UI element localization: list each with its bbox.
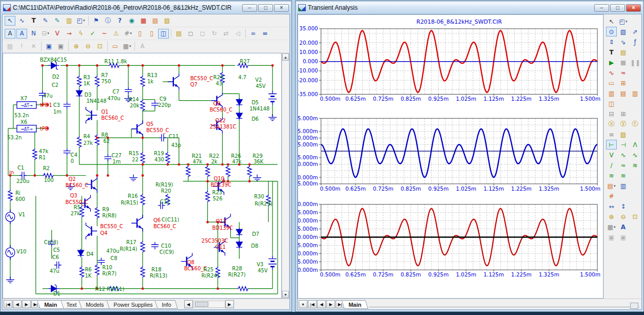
go-left-button[interactable]: ⊢: [606, 140, 617, 150]
node-numbers-toggle[interactable]: N: [28, 29, 39, 39]
run-button[interactable]: ▶: [606, 58, 617, 67]
wire-tool[interactable]: ∿: [16, 16, 27, 26]
tile-button[interactable]: ▣: [618, 232, 629, 242]
grid-text-toggle[interactable]: A: [16, 29, 27, 39]
valley-button[interactable]: V: [606, 150, 617, 160]
zoom-100-button[interactable]: ⊡: [94, 42, 105, 51]
performance-tag-mode[interactable]: ƒ: [630, 37, 640, 47]
tab-nav-button-3[interactable]: ▶: [326, 300, 335, 308]
font-button[interactable]: A: [618, 222, 629, 232]
go-right-button[interactable]: ⊣: [618, 140, 629, 150]
plot-canvas[interactable]: R2018-06_8&12kHz_SWDT.CIR35.00020.00010.…: [298, 14, 603, 299]
picture-tool[interactable]: ✎: [52, 16, 63, 26]
cursor-fx-button[interactable]: ⓕ: [630, 119, 640, 129]
scroll-up-button[interactable]: ▲: [282, 53, 289, 61]
grid-toggle-dropdown[interactable]: ▾: [130, 31, 132, 35]
zoom-area-button[interactable]: ⊡: [630, 212, 640, 221]
help-tool[interactable]: ?: [114, 16, 125, 26]
send-back-button[interactable]: ▣: [55, 42, 66, 51]
zoom-out-button[interactable]: ⊖: [618, 212, 629, 221]
vertical-grids-toggle[interactable]: ▤: [618, 88, 629, 98]
thumbnail-button[interactable]: ▦▾: [606, 222, 617, 232]
auto-scale-x-button[interactable]: ↔: [606, 201, 617, 211]
design-warning-toggle[interactable]: ⚠: [111, 29, 122, 39]
text-page-button[interactable]: ▥: [618, 181, 629, 191]
edit-button[interactable]: ▨: [618, 129, 629, 139]
clear-error-button[interactable]: ✕: [28, 42, 39, 51]
horizontal-tag-mode[interactable]: ⇘: [618, 37, 629, 47]
horizontal-cursor-toggle[interactable]: ⊟: [606, 109, 617, 119]
mirror-y-button[interactable]: ◁: [232, 29, 243, 39]
gm-button[interactable]: ≋: [630, 160, 640, 170]
rotate-button[interactable]: ↻: [209, 29, 220, 39]
tab-nav-button-2[interactable]: ▶: [22, 300, 31, 308]
baseline-toggle[interactable]: ◫: [606, 99, 617, 108]
attribute-text-toggle[interactable]: A: [5, 29, 15, 39]
text-mode[interactable]: T: [606, 47, 617, 57]
page-scroll-button[interactable]: ▭: [110, 42, 121, 51]
scroll-thumb[interactable]: [630, 303, 638, 309]
select-mode[interactable]: ↖: [606, 16, 617, 26]
high-button[interactable]: ∿: [618, 150, 629, 160]
horizontal-scrollbar[interactable]: [369, 301, 639, 307]
thumbnail-button-dropdown[interactable]: ▾: [614, 225, 616, 229]
plus-mark-toggle[interactable]: ⊞: [618, 78, 629, 88]
scale-mode[interactable]: ⊙: [606, 27, 617, 36]
transient-plots[interactable]: R2018-06_8&12kHz_SWDT.CIR35.00020.00010.…: [298, 15, 603, 298]
new-page-button[interactable]: ▯: [134, 29, 145, 39]
pin-connections-toggle[interactable]: →: [64, 29, 74, 39]
cross-wire-toggle[interactable]: ϟ: [75, 29, 86, 39]
minor-grids-toggle[interactable]: ▥: [630, 88, 640, 98]
voltage-states-toggle[interactable]: V: [52, 29, 63, 39]
horizontal-grids-toggle[interactable]: ▥: [606, 88, 617, 98]
scroll-track[interactable]: [193, 301, 225, 308]
component-tool-dropdown[interactable]: ▾: [83, 18, 85, 23]
check-model-tool[interactable]: ▦: [138, 16, 149, 26]
find-part-button[interactable]: ∞: [248, 29, 259, 39]
maximize-button[interactable]: ◻: [258, 4, 273, 12]
zoom-out-button[interactable]: ⊖: [83, 42, 93, 51]
prev-error-button[interactable]: !: [16, 42, 27, 51]
scroll-down-button[interactable]: ▼: [282, 291, 289, 298]
cursor-y-button[interactable]: ⓨ: [618, 119, 629, 129]
scroll-thumb[interactable]: [195, 302, 208, 307]
properties-button[interactable]: ▤: [618, 47, 629, 57]
copy-graph-button-dropdown[interactable]: ▾: [614, 184, 616, 188]
tracker-toggle[interactable]: ⊞: [618, 109, 629, 119]
tab-nav-button-0[interactable]: ▾: [299, 300, 307, 308]
slope-button[interactable]: ∕: [606, 160, 617, 170]
stop-button[interactable]: ■: [618, 58, 629, 67]
tab-nav-button-1[interactable]: ◀: [13, 300, 22, 308]
find-button[interactable]: ∞: [260, 29, 270, 39]
peak-button[interactable]: Λ: [630, 140, 640, 150]
horizontal-scrollbar[interactable]: ◀▶: [184, 300, 235, 308]
region-enable-tool[interactable]: ◉: [126, 16, 137, 26]
zoom-in-button[interactable]: ⊕: [606, 212, 617, 221]
minimize-button[interactable]: ─: [594, 4, 609, 12]
clip-box-button[interactable]: ◻: [197, 29, 208, 39]
inflection-button[interactable]: ≈: [618, 160, 629, 170]
tokens-toggle[interactable]: ≈: [618, 68, 629, 78]
good-connection-toggle[interactable]: ✓: [87, 29, 98, 39]
pause-button[interactable]: ❚❚: [630, 58, 641, 67]
tab-main[interactable]: Main: [341, 300, 368, 309]
edit-points-tool[interactable]: ▧: [162, 16, 172, 26]
scroll-left-button[interactable]: ◀: [184, 300, 193, 308]
align-tool[interactable]: ▤: [150, 16, 161, 26]
envelope-top-button[interactable]: ≋: [606, 171, 617, 180]
grid-toggle[interactable]: #▾: [123, 29, 133, 39]
notes-button[interactable]: ▤: [5, 42, 15, 51]
tab-nav-button-1[interactable]: |◀: [308, 300, 317, 308]
cascade-button[interactable]: ▣: [606, 232, 617, 242]
text-tool[interactable]: T: [28, 16, 39, 26]
tab-main[interactable]: Main: [37, 300, 64, 309]
graphics-tool[interactable]: ✎: [40, 16, 51, 26]
node-voltages-toggle[interactable]: ⊟▾: [40, 29, 51, 39]
new-text-page-button[interactable]: ▯: [146, 29, 157, 39]
auto-scale-y-button[interactable]: ↕: [618, 201, 629, 211]
bring-front-button[interactable]: ▣: [44, 42, 54, 51]
schematic-window-titlebar[interactable]: C:\MC11\DATA\Petrov\Radio\R2018-06_Petro…: [2, 2, 290, 13]
select-tool[interactable]: ↖: [5, 16, 15, 26]
node-voltages-toggle-dropdown[interactable]: ▾: [47, 31, 49, 35]
schematic-vertical-scrollbar[interactable]: ▲ ▼: [282, 53, 289, 299]
